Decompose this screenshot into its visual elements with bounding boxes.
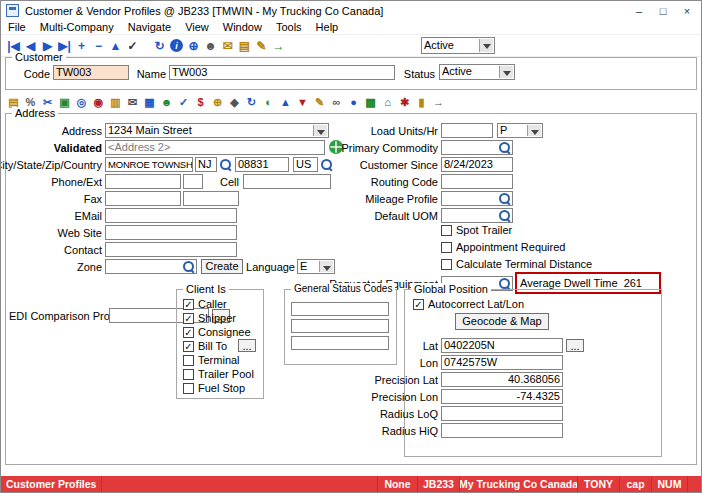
menu-view[interactable]: View: [178, 21, 216, 33]
clock-icon[interactable]: ◐: [260, 94, 277, 111]
close-button[interactable]: ×: [675, 1, 699, 20]
email-field[interactable]: [105, 208, 237, 223]
document-icon[interactable]: ▥: [107, 94, 124, 111]
mileage-profile-lookup-icon[interactable]: [498, 192, 511, 205]
user-icon[interactable]: ☻: [158, 94, 175, 111]
country-lookup-icon[interactable]: [320, 158, 333, 171]
general-status-code-2-field[interactable]: [291, 319, 389, 333]
edit-icon[interactable]: ✎: [253, 37, 270, 54]
fax2-field[interactable]: [183, 191, 239, 206]
status-dropdown[interactable]: Active: [439, 64, 515, 80]
trailer-pool-checkbox[interactable]: Trailer Pool: [183, 368, 254, 380]
country-field[interactable]: US: [293, 157, 318, 172]
autocorrect-latlon-checkbox[interactable]: ✓ Autocorrect Lat/Lon: [413, 298, 524, 310]
mail-icon[interactable]: ✉: [124, 94, 141, 111]
currency-icon[interactable]: $: [192, 94, 209, 111]
cell-field[interactable]: [243, 174, 331, 189]
phone-field[interactable]: [105, 174, 181, 189]
address-dropdown[interactable]: 1234 Main Street: [105, 123, 329, 138]
consignee-checkbox[interactable]: ✓ Consignee: [183, 326, 251, 338]
calculate-terminal-distance-checkbox[interactable]: Calculate Terminal Distance: [441, 258, 592, 270]
primary-commodity-lookup-icon[interactable]: [498, 141, 511, 154]
code-field[interactable]: TW003: [53, 65, 129, 80]
export-icon[interactable]: →: [430, 94, 447, 111]
language-dropdown[interactable]: E: [297, 259, 335, 274]
minimize-button[interactable]: –: [627, 1, 651, 20]
fax-field[interactable]: [105, 191, 181, 206]
menu-multi-company[interactable]: Multi-Company: [33, 21, 121, 33]
precision-lat-field[interactable]: 40.368056: [441, 372, 563, 387]
chevron-down-icon[interactable]: [499, 66, 513, 78]
zoom-icon[interactable]: ◉: [90, 94, 107, 111]
website-field[interactable]: [105, 225, 237, 240]
bill-to-checkbox[interactable]: ✓ Bill To: [183, 340, 227, 352]
load-units-field[interactable]: [441, 123, 493, 138]
ext-field[interactable]: [183, 174, 203, 189]
general-status-code-1-field[interactable]: [291, 302, 389, 316]
general-status-code-3-field[interactable]: [291, 336, 389, 350]
chart-icon[interactable]: ▮: [413, 94, 430, 111]
zone-lookup-icon[interactable]: [182, 260, 195, 273]
radius-hiq-field[interactable]: [441, 423, 563, 438]
zip-field[interactable]: 08831: [235, 157, 289, 172]
menu-navigate[interactable]: Navigate: [121, 21, 178, 33]
state-lookup-icon[interactable]: [219, 158, 232, 171]
customer-since-field[interactable]: 8/24/2023: [441, 157, 513, 172]
chevron-down-icon[interactable]: [313, 125, 327, 136]
user-icon[interactable]: ☻: [202, 37, 219, 54]
sort-down-icon[interactable]: ▼: [294, 94, 311, 111]
add-record-icon[interactable]: +: [73, 37, 90, 54]
shipper-checkbox[interactable]: ✓ Shipper: [183, 312, 236, 324]
load-units-uom-dropdown[interactable]: P: [497, 123, 543, 138]
refresh-icon[interactable]: ↻: [243, 94, 260, 111]
grid-icon[interactable]: ▩: [362, 94, 379, 111]
city-field[interactable]: MONROE TOWNSHIP: [105, 157, 193, 172]
copy-icon[interactable]: ▣: [56, 94, 73, 111]
chevron-down-icon[interactable]: [319, 261, 333, 272]
export-icon[interactable]: →: [270, 37, 287, 54]
record-icon[interactable]: ●: [345, 94, 362, 111]
geocode-map-button[interactable]: Geocode & Map: [455, 313, 549, 330]
routing-code-field[interactable]: [441, 174, 513, 189]
edit-icon[interactable]: ✎: [311, 94, 328, 111]
lat-field[interactable]: 0402205N: [441, 338, 563, 353]
refresh-icon[interactable]: ↻: [151, 37, 168, 54]
fuel-stop-checkbox[interactable]: Fuel Stop: [183, 382, 245, 394]
lat-browse-button[interactable]: ...: [566, 339, 584, 352]
create-zone-button[interactable]: Create: [201, 259, 243, 274]
precision-lon-field[interactable]: -74.4325: [441, 389, 563, 404]
confirm-check-icon[interactable]: ✓: [124, 37, 141, 54]
bill-to-browse-button[interactable]: ...: [238, 339, 256, 352]
name-field[interactable]: TW003: [169, 65, 395, 80]
appointment-required-checkbox[interactable]: Appointment Required: [441, 241, 565, 253]
average-dwell-time-value[interactable]: 261: [624, 277, 642, 289]
maximize-button[interactable]: □: [651, 1, 675, 20]
state-field[interactable]: NJ: [195, 157, 217, 172]
chevron-down-icon[interactable]: [479, 39, 493, 52]
check-icon[interactable]: ✓: [175, 94, 192, 111]
chevron-down-icon[interactable]: [527, 125, 541, 136]
mode-dropdown[interactable]: Active: [421, 37, 495, 54]
default-uom-lookup-icon[interactable]: [498, 209, 511, 222]
mail-icon[interactable]: ✉: [219, 37, 236, 54]
caller-checkbox[interactable]: ✓ Caller: [183, 298, 227, 310]
menu-window[interactable]: Window: [216, 21, 269, 33]
address2-field[interactable]: <Address 2>: [105, 140, 325, 155]
sort-up-icon[interactable]: ▲: [277, 94, 294, 111]
lon-field[interactable]: 0742575W: [441, 355, 563, 370]
star-icon[interactable]: ✱: [396, 94, 413, 111]
menu-file[interactable]: File: [1, 21, 33, 33]
diamond-icon[interactable]: ◆: [226, 94, 243, 111]
spot-trailer-checkbox[interactable]: Spot Trailer: [441, 224, 512, 236]
contact-field[interactable]: [105, 242, 237, 257]
menu-help[interactable]: Help: [309, 21, 346, 33]
info-icon[interactable]: i: [170, 39, 183, 52]
globe-icon[interactable]: ⊕: [209, 94, 226, 111]
terminal-checkbox[interactable]: Terminal: [183, 354, 240, 366]
folder-icon[interactable]: ▤: [236, 37, 253, 54]
radius-loq-field[interactable]: [441, 406, 563, 421]
sort-up-icon[interactable]: ▲: [107, 37, 124, 54]
menu-tools[interactable]: Tools: [269, 21, 309, 33]
home-icon[interactable]: ⌂: [379, 94, 396, 111]
table-icon[interactable]: ▦: [141, 94, 158, 111]
